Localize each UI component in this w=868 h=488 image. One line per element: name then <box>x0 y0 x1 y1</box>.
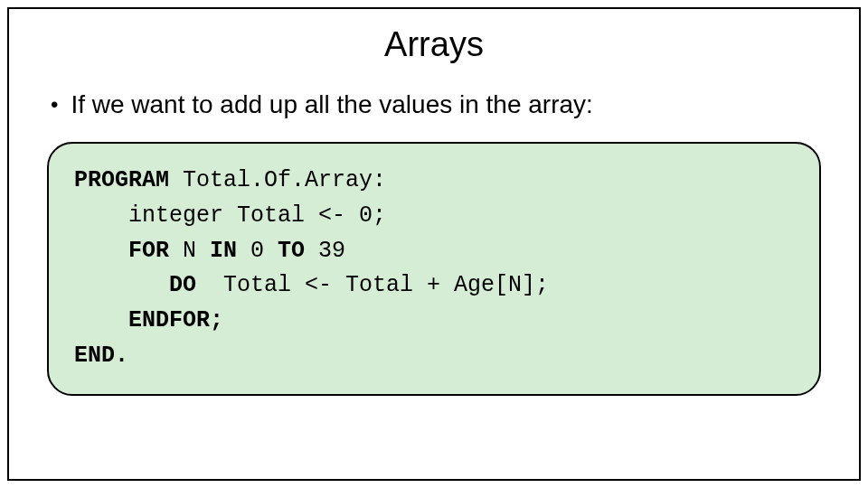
slide-frame: Arrays • If we want to add up all the va… <box>7 7 861 481</box>
keyword-end: END. <box>74 343 128 369</box>
keyword-do: DO <box>74 272 196 298</box>
keyword-endfor: ENDFOR; <box>74 307 223 333</box>
code-do-body: Total <- Total + Age[N]; <box>196 272 549 298</box>
keyword-to: TO <box>278 238 305 264</box>
slide-title: Arrays <box>45 25 823 64</box>
code-for-from: 0 <box>237 238 278 264</box>
code-for-to: 39 <box>305 238 345 264</box>
bullet-item: • If we want to add up all the values in… <box>45 89 823 120</box>
code-line-2: integer Total <- 0; <box>74 202 386 229</box>
keyword-in: IN <box>210 238 237 264</box>
code-progname: Total.Of.Array: <box>169 167 386 193</box>
code-block: PROGRAM Total.Of.Array: integer Total <-… <box>74 164 794 374</box>
bullet-dot-icon: • <box>51 89 58 120</box>
bullet-text: If we want to add up all the values in t… <box>71 89 592 120</box>
code-for-var: N <box>169 238 210 264</box>
keyword-for: FOR <box>74 238 169 264</box>
keyword-program: PROGRAM <box>74 167 169 193</box>
code-box: PROGRAM Total.Of.Array: integer Total <-… <box>47 142 821 396</box>
